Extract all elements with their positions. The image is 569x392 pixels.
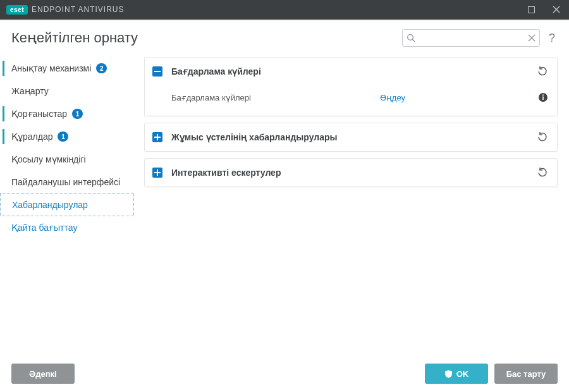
row-label: Бағдарлама күйлері [171,93,251,102]
sidebar-item-badge: 1 [72,109,83,119]
panel-header[interactable]: Бағдарлама күйлері [145,58,557,85]
default-button[interactable]: Әдепкі [11,364,75,384]
ok-button[interactable]: OK [425,364,488,384]
footer: Әдепкі OK Бас тарту [0,355,569,392]
sidebar-item-label: Пайдаланушы интерфейсі [11,177,120,187]
panel-interactive-alerts: Интерактивті ескертулер [144,158,558,187]
button-label: Бас тарту [506,369,546,379]
sidebar-item-label: Қосылу мүмкіндігі [11,154,86,164]
window-maximize-button[interactable] [518,0,544,19]
sidebar-item-label: Анықтау механизмі [11,63,91,73]
brand-text: ENDPOINT ANTIVIRUS [32,5,124,14]
expand-icon[interactable] [152,132,162,142]
button-label: OK [456,369,469,379]
info-icon[interactable] [538,92,548,102]
row-app-statuses: Бағдарлама күйлері Өңдеу [171,88,548,107]
window-controls [518,0,569,19]
header: Кеңейтілген орнату ? [0,20,569,53]
brand: eset ENDPOINT ANTIVIRUS [6,5,124,15]
panel-title: Интерактивті ескертулер [171,168,528,178]
undo-icon[interactable] [537,167,548,178]
search-icon [407,34,415,42]
edit-link[interactable]: Өңдеу [380,93,405,102]
sidebar-item-ui[interactable]: Пайдаланушы интерфейсі [0,171,134,193]
panel-app-statuses: Бағдарлама күйлері Бағдарлама күйлері Өң… [144,57,558,116]
button-label: Әдепкі [29,369,56,379]
sidebar-item-detection[interactable]: Анықтау механизмі 2 [0,57,134,80]
shield-icon [444,370,453,378]
sidebar: Анықтау механизмі 2 Жаңарту Қорғаныстар … [0,53,140,355]
sidebar-item-connectivity[interactable]: Қосылу мүмкіндігі [0,148,134,171]
undo-icon[interactable] [537,66,548,77]
main: Бағдарлама күйлері Бағдарлама күйлері Өң… [140,53,559,355]
sidebar-item-update[interactable]: Жаңарту [0,80,134,102]
search-input[interactable] [415,34,528,42]
cancel-button[interactable]: Бас тарту [494,364,558,384]
panel-desktop-notifications: Жұмыс үстелінің хабарландырулары [144,123,558,152]
sidebar-item-badge: 1 [58,132,68,142]
sidebar-item-tools[interactable]: Құралдар 1 [0,125,134,148]
expand-icon[interactable] [152,168,162,178]
panel-header[interactable]: Жұмыс үстелінің хабарландырулары [145,123,557,151]
sidebar-item-label: Хабарландырулар [12,200,88,210]
page-title: Кеңейтілген орнату [11,30,138,46]
panel-header[interactable]: Интерактивті ескертулер [145,159,557,187]
header-right: ? [402,29,558,47]
brand-logo: eset [6,5,28,15]
svg-line-2 [412,39,415,42]
svg-point-1 [408,35,413,40]
svg-rect-0 [528,6,534,13]
sidebar-item-protections[interactable]: Қорғаныстар 1 [0,102,134,125]
sidebar-item-badge: 2 [96,63,107,73]
undo-icon[interactable] [537,132,548,143]
help-icon[interactable]: ? [546,32,558,45]
sidebar-item-label: Қорғаныстар [11,109,67,119]
panel-title: Бағдарлама күйлері [171,66,528,77]
sidebar-item-label: Қайта бағыттау [11,223,77,233]
collapse-icon[interactable] [152,66,162,77]
sidebar-item-redirect[interactable]: Қайта бағыттау [0,216,134,239]
window-close-button[interactable] [544,0,569,19]
body: Анықтау механизмі 2 Жаңарту Қорғаныстар … [0,53,569,355]
svg-point-5 [542,94,544,95]
svg-rect-4 [542,97,544,101]
sidebar-item-label: Жаңарту [11,86,49,96]
panel-title: Жұмыс үстелінің хабарландырулары [171,132,528,142]
sidebar-item-label: Құралдар [11,132,52,142]
panel-body: Бағдарлама күйлері Өңдеу [145,85,557,116]
clear-icon[interactable] [528,34,535,42]
titlebar: eset ENDPOINT ANTIVIRUS [0,0,569,19]
search-box[interactable] [402,29,540,47]
sidebar-item-notifications[interactable]: Хабарландырулар [0,193,134,216]
